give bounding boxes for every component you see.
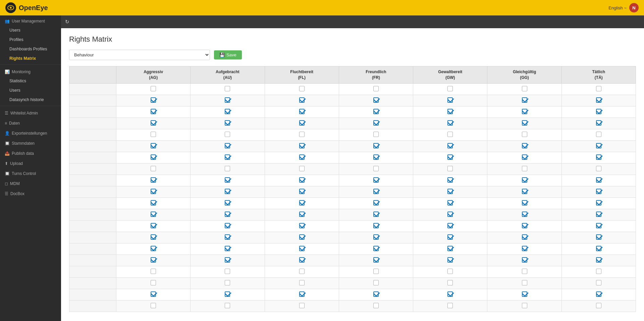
checkbox[interactable] xyxy=(373,177,379,183)
sidebar-item-exporteinstellungen[interactable]: 👤 Exporteinstellungen xyxy=(0,128,61,138)
sidebar-item-datasynch[interactable]: Datasynch historie xyxy=(0,95,61,104)
sidebar-item-stammdaten[interactable]: 🔲 Stammdaten xyxy=(0,138,61,148)
checkbox[interactable] xyxy=(299,234,305,240)
checkbox[interactable] xyxy=(596,109,601,114)
checkbox[interactable] xyxy=(299,143,305,148)
checkbox[interactable] xyxy=(299,303,305,308)
checkbox[interactable] xyxy=(151,154,156,160)
checkbox[interactable] xyxy=(151,86,156,91)
checkbox[interactable] xyxy=(447,200,453,205)
checkbox[interactable] xyxy=(596,86,601,91)
checkbox[interactable] xyxy=(151,269,156,274)
checkbox[interactable] xyxy=(447,86,453,91)
checkbox[interactable] xyxy=(373,246,379,251)
checkbox[interactable] xyxy=(447,212,453,217)
checkbox[interactable] xyxy=(447,143,453,148)
checkbox[interactable] xyxy=(225,280,230,285)
checkbox[interactable] xyxy=(447,303,453,308)
checkbox[interactable] xyxy=(522,143,527,148)
checkbox[interactable] xyxy=(151,120,156,126)
checkbox[interactable] xyxy=(151,303,156,308)
checkbox[interactable] xyxy=(522,303,527,308)
checkbox[interactable] xyxy=(522,166,527,171)
checkbox[interactable] xyxy=(151,132,156,137)
checkbox[interactable] xyxy=(299,166,305,171)
sidebar-item-whitelist-admin[interactable]: ☰ Whitelist Admin xyxy=(0,107,61,118)
checkbox[interactable] xyxy=(299,212,305,217)
sidebar-item-monitoring[interactable]: 📊 Monitoring xyxy=(0,66,61,76)
checkbox[interactable] xyxy=(522,97,527,103)
checkbox[interactable] xyxy=(373,234,379,240)
checkbox[interactable] xyxy=(225,303,230,308)
checkbox[interactable] xyxy=(225,246,230,251)
checkbox[interactable] xyxy=(299,97,305,103)
checkbox[interactable] xyxy=(447,269,453,274)
checkbox[interactable] xyxy=(299,154,305,160)
checkbox[interactable] xyxy=(151,212,156,217)
checkbox[interactable] xyxy=(522,109,527,114)
checkbox[interactable] xyxy=(522,269,527,274)
sidebar-item-statistics[interactable]: Statistics xyxy=(0,76,61,86)
checkbox[interactable] xyxy=(151,109,156,114)
checkbox[interactable] xyxy=(447,120,453,126)
checkbox[interactable] xyxy=(225,143,230,148)
checkbox[interactable] xyxy=(447,291,453,297)
checkbox[interactable] xyxy=(151,234,156,240)
checkbox[interactable] xyxy=(522,120,527,126)
checkbox[interactable] xyxy=(522,189,527,194)
checkbox[interactable] xyxy=(447,166,453,171)
checkbox[interactable] xyxy=(299,86,305,91)
checkbox[interactable] xyxy=(373,291,379,297)
checkbox[interactable] xyxy=(373,257,379,263)
checkbox[interactable] xyxy=(225,212,230,217)
sidebar-item-publish-data[interactable]: 📤 Publish data xyxy=(0,148,61,158)
checkbox[interactable] xyxy=(596,269,601,274)
checkbox[interactable] xyxy=(299,269,305,274)
checkbox[interactable] xyxy=(373,132,379,137)
checkbox[interactable] xyxy=(596,223,601,228)
sidebar-item-docbox[interactable]: ☰ DocBox xyxy=(0,188,61,198)
checkbox[interactable] xyxy=(447,189,453,194)
sidebar-item-user-management[interactable]: 👥 User Management xyxy=(0,15,61,26)
checkbox[interactable] xyxy=(596,234,601,240)
sidebar-item-mdm[interactable]: ◻ MDM xyxy=(0,178,61,188)
sidebar-item-dashboards-profiles[interactable]: Dashboards Profiles xyxy=(0,44,61,54)
checkbox[interactable] xyxy=(373,86,379,91)
checkbox[interactable] xyxy=(225,200,230,205)
checkbox[interactable] xyxy=(596,143,601,148)
checkbox[interactable] xyxy=(373,269,379,274)
checkbox[interactable] xyxy=(373,143,379,148)
checkbox[interactable] xyxy=(299,200,305,205)
checkbox[interactable] xyxy=(225,269,230,274)
refresh-button[interactable]: ↻ xyxy=(65,19,69,25)
checkbox[interactable] xyxy=(596,303,601,308)
checkbox[interactable] xyxy=(522,177,527,183)
checkbox[interactable] xyxy=(373,109,379,114)
checkbox[interactable] xyxy=(522,212,527,217)
checkbox[interactable] xyxy=(373,200,379,205)
sidebar-item-profiles[interactable]: Profiles xyxy=(0,35,61,44)
checkbox[interactable] xyxy=(522,257,527,263)
checkbox[interactable] xyxy=(596,154,601,160)
checkbox[interactable] xyxy=(596,177,601,183)
checkbox[interactable] xyxy=(447,234,453,240)
checkbox[interactable] xyxy=(596,257,601,263)
sidebar-item-turns-control[interactable]: 🔲 Turns Control xyxy=(0,168,61,178)
checkbox[interactable] xyxy=(151,166,156,171)
checkbox[interactable] xyxy=(299,291,305,297)
checkbox[interactable] xyxy=(447,246,453,251)
checkbox[interactable] xyxy=(151,189,156,194)
checkbox[interactable] xyxy=(596,166,601,171)
checkbox[interactable] xyxy=(596,200,601,205)
checkbox[interactable] xyxy=(225,166,230,171)
checkbox[interactable] xyxy=(151,177,156,183)
checkbox[interactable] xyxy=(522,223,527,228)
checkbox[interactable] xyxy=(225,291,230,297)
checkbox[interactable] xyxy=(596,97,601,103)
checkbox[interactable] xyxy=(373,280,379,285)
checkbox[interactable] xyxy=(522,246,527,251)
checkbox[interactable] xyxy=(225,234,230,240)
checkbox[interactable] xyxy=(225,132,230,137)
checkbox[interactable] xyxy=(373,154,379,160)
checkbox[interactable] xyxy=(596,280,601,285)
